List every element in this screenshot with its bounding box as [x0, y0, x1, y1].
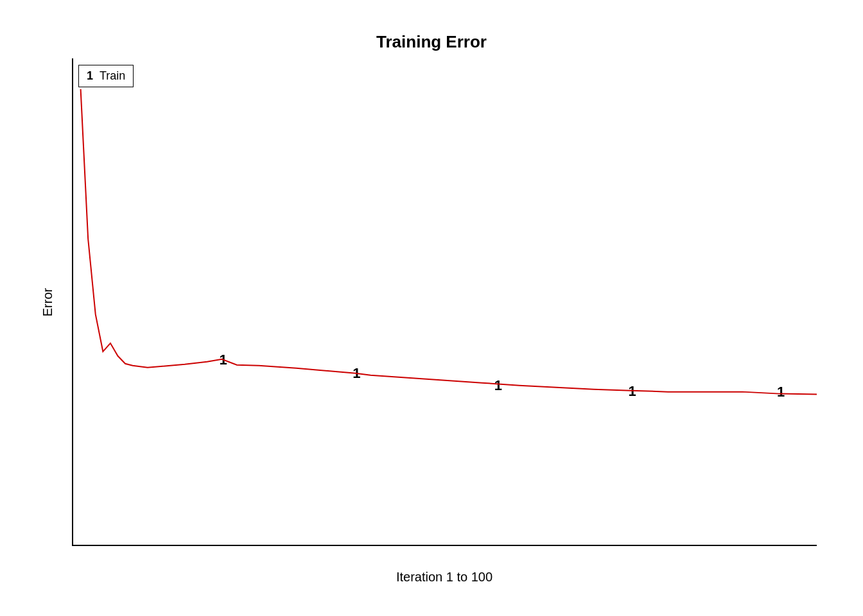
svg-text:1: 1: [494, 377, 502, 393]
chart-svg: 0.7 0.6 0.5 0.4 0.3 0.2 0.1: [72, 58, 817, 546]
legend-box: 1 Train: [78, 65, 134, 87]
legend-series-name: Train: [100, 69, 125, 83]
y-axis-ticks: 0.7 0.6 0.5 0.4 0.3 0.2 0.1: [72, 58, 73, 546]
train-error-line: [81, 89, 817, 395]
chart-area: Error Iteration 1 to 100 1 Train: [72, 58, 817, 546]
chart-container: Training Error Error Iteration 1 to 100 …: [21, 19, 842, 597]
x-axis-ticks: 0 20 40 60 80 100: [72, 545, 817, 546]
chart-title: Training Error: [21, 19, 842, 52]
svg-text:1: 1: [777, 384, 785, 400]
legend-series-number: 1: [87, 69, 93, 83]
y-axis-label: Error: [40, 288, 55, 316]
x-axis-label: Iteration 1 to 100: [396, 570, 493, 585]
